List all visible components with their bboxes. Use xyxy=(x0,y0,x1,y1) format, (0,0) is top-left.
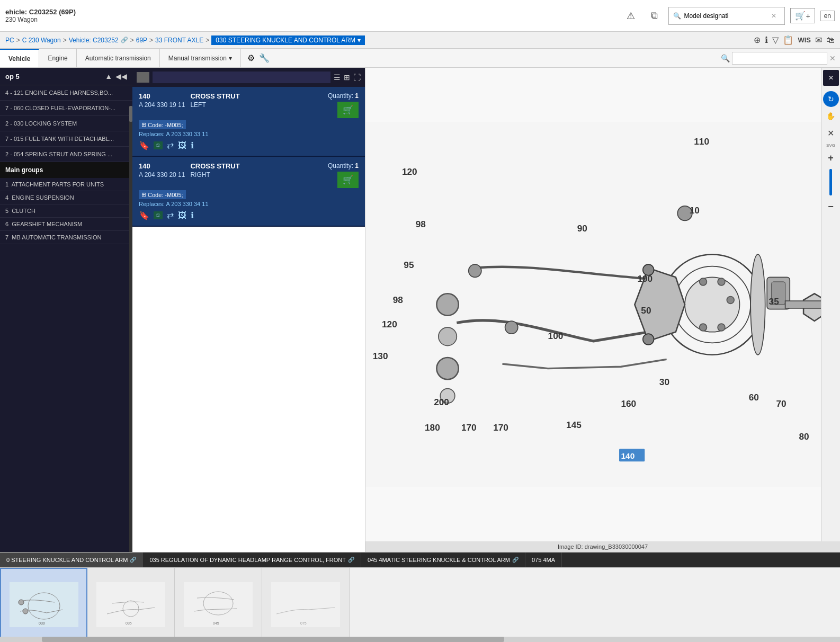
part-2-qty-label: Quantity: 1 xyxy=(328,162,359,170)
fullscreen-icon[interactable]: ⛶ xyxy=(353,73,361,82)
breadcrumb-69p[interactable]: 69P xyxy=(136,37,147,44)
part-1-code: ⊞ Code: -M005; xyxy=(139,120,359,129)
svg-rect-21 xyxy=(785,301,822,308)
expand-icon[interactable]: ⊞ xyxy=(344,73,350,82)
part-1-code-tag: ⊞ Code: -M005; xyxy=(139,120,186,129)
tab-search-clear[interactable]: ✕ xyxy=(829,54,836,63)
part-2-image-icon[interactable]: 🖼 xyxy=(178,211,186,220)
tab-manual-transmission[interactable]: Manual transmission ▾ xyxy=(160,49,241,67)
part-1-description: CROSS STRUT xyxy=(190,92,328,100)
thumbnail-030[interactable]: 030 xyxy=(0,568,87,642)
shop-icon[interactable]: 🛍 xyxy=(826,35,835,45)
tool-zoom-plus[interactable]: + xyxy=(823,150,839,166)
global-search-box[interactable]: 🔍 ✕ xyxy=(668,7,785,25)
part-1-desc-col: CROSS STRUT LEFT xyxy=(185,92,328,109)
breadcrumb-current[interactable]: 030 STEERING KNUCKLE AND CONTROL ARM ▾ xyxy=(211,35,365,45)
part-1-add-to-cart[interactable]: 🛒 xyxy=(337,102,359,118)
filter-icon[interactable]: ▽ xyxy=(772,35,779,45)
thumbnail-035[interactable]: 035 xyxy=(87,568,175,642)
sidebar-section-7[interactable]: 7 MB AUTOMATIC TRANSMISSION xyxy=(0,231,132,244)
settings-icon-2[interactable]: 🔧 xyxy=(259,53,270,63)
sidebar-item-1[interactable]: 4 - 121 ENGINE CABLE HARNESS,BO... xyxy=(0,85,132,101)
tab-engine[interactable]: Engine xyxy=(39,49,76,67)
breadcrumb-sep-1: > xyxy=(16,37,20,44)
svg-point-8 xyxy=(718,278,725,286)
bottom-thumbnails: 030 035 045 xyxy=(0,567,840,642)
sidebar-close-icon[interactable]: ◀◀ xyxy=(115,72,127,81)
sidebar-item-2[interactable]: 7 - 060 CLOSED FUEL-EVAPORATION-... xyxy=(0,101,132,116)
part-2-bookmark-icon[interactable]: 🔖 xyxy=(139,210,149,220)
part-2-info-icon[interactable]: ℹ xyxy=(191,210,194,220)
thumbnail-075[interactable]: 075 xyxy=(262,568,350,642)
settings-icon-1[interactable]: ⚙ xyxy=(247,53,255,63)
svg-text:130: 130 xyxy=(373,351,388,361)
part-1-swap-icon[interactable]: ⇄ xyxy=(167,140,174,150)
bottom-tab-035-link[interactable]: 🔗 xyxy=(348,557,354,563)
email-icon[interactable]: ✉ xyxy=(815,35,822,45)
sidebar-item-3[interactable]: 2 - 030 LOCKING SYSTEM xyxy=(0,116,132,131)
sidebar-item-4[interactable]: 7 - 015 FUEL TANK WITH DETACHABL... xyxy=(0,131,132,147)
part-1-badge[interactable]: ① xyxy=(154,141,163,149)
breadcrumb-vehicle[interactable]: Vehicle: C203252 xyxy=(69,37,119,44)
cart-add-button[interactable]: 🛒 + xyxy=(790,8,815,23)
sidebar-section-1[interactable]: 1 ATTACHMENT PARTS FOR UNITS xyxy=(0,178,132,191)
part-1-info-icon[interactable]: ℹ xyxy=(191,140,194,150)
svg-text:160: 160 xyxy=(621,398,636,409)
search-icon: 🔍 xyxy=(673,12,681,20)
horizontal-scrollbar[interactable] xyxy=(0,637,840,642)
breadcrumb-front-axle[interactable]: 33 FRONT AXLE xyxy=(155,37,203,44)
svg-point-13 xyxy=(469,264,481,277)
part-1-image-icon[interactable]: 🖼 xyxy=(178,141,186,150)
tab-automatic-transmission[interactable]: Automatic transmission xyxy=(77,49,160,67)
bottom-tab-035[interactable]: 035 REGULATION OF DYNAMIC HEADLAMP RANGE… xyxy=(143,552,361,567)
breadcrumb-icons: ⊕ ℹ ▽ 📋 WIS ✉ 🛍 xyxy=(754,35,835,45)
tab-search-input[interactable] xyxy=(732,52,827,65)
bottom-tab-045-link[interactable]: 🔗 xyxy=(512,557,519,563)
bottom-tab-030[interactable]: 0 STEERING KNUCKLE AND CONTROL ARM 🔗 xyxy=(0,552,143,567)
tool-pan[interactable]: ✋ xyxy=(823,108,839,124)
sidebar-section-5[interactable]: 5 CLUTCH xyxy=(0,204,132,218)
vehicle-link-icon[interactable]: 🔗 xyxy=(121,37,128,43)
part-2-badge[interactable]: ① xyxy=(154,211,163,219)
breadcrumb-pc[interactable]: PC xyxy=(5,37,14,44)
tool-close[interactable]: ✕ xyxy=(823,70,839,86)
sidebar-collapse-icon[interactable]: ▲ xyxy=(105,72,112,81)
sidebar-section-6[interactable]: 6 GEARSHIFT MECHANISM xyxy=(0,218,132,231)
thumbnail-045[interactable]: 045 xyxy=(175,568,262,642)
tool-zoom-minus[interactable]: − xyxy=(823,199,839,215)
svg-text:10: 10 xyxy=(690,205,700,216)
center-top-icons: ☰ ⊞ ⛶ xyxy=(334,73,361,82)
sidebar-main-groups-title: Main groups xyxy=(0,162,132,178)
part-1-header: 140 A 204 330 19 11 CROSS STRUT LEFT Qua… xyxy=(139,92,359,118)
part-item-2: 140 A 204 330 20 11 CROSS STRUT RIGHT Qu… xyxy=(132,157,365,227)
info-icon[interactable]: ℹ xyxy=(765,35,768,45)
zoom-in-icon[interactable]: ⊕ xyxy=(754,35,761,45)
center-panel: ☰ ⊞ ⛶ 140 A 204 330 19 11 CROSS STRUT LE… xyxy=(132,68,365,552)
sidebar-header: op 5 ▲ ◀◀ xyxy=(0,68,132,85)
bottom-tab-045[interactable]: 045 4MATIC STEERING KNUCKLE & CONTROL AR… xyxy=(361,552,525,567)
blue-indicator xyxy=(829,169,832,195)
bottom-tab-030-link[interactable]: 🔗 xyxy=(130,557,136,563)
part-2-add-to-cart[interactable]: 🛒 xyxy=(337,172,359,188)
tool-cross[interactable]: ✕ xyxy=(823,125,839,141)
report-icon[interactable]: 📋 xyxy=(783,35,793,45)
part-2-swap-icon[interactable]: ⇄ xyxy=(167,210,174,220)
clear-search-icon[interactable]: ✕ xyxy=(771,12,776,20)
tab-vehicle[interactable]: Vehicle xyxy=(0,49,39,67)
wis-icon[interactable]: WIS xyxy=(798,36,811,44)
sidebar-section-4[interactable]: 4 ENGINE SUSPENSION xyxy=(0,191,132,204)
warning-icon[interactable]: ⚠ xyxy=(622,7,640,25)
sidebar-item-5[interactable]: 2 - 054 SPRING STRUT AND SPRING ... xyxy=(0,147,132,162)
svg-text:180: 180 xyxy=(425,422,440,433)
center-search-input[interactable] xyxy=(153,72,330,83)
global-search-input[interactable] xyxy=(684,12,768,20)
breadcrumb-c230[interactable]: C 230 Wagon xyxy=(22,37,61,44)
list-view-icon[interactable]: ☰ xyxy=(334,73,341,82)
tool-rotate[interactable]: ↻ xyxy=(823,91,839,107)
tab-search-icon[interactable]: 🔍 xyxy=(721,54,730,63)
language-badge[interactable]: en xyxy=(820,11,835,21)
bottom-tab-075[interactable]: 075 4MA xyxy=(525,552,562,567)
scrollbar-thumb[interactable] xyxy=(42,637,504,642)
copy-icon[interactable]: ⧉ xyxy=(645,7,663,25)
part-1-bookmark-icon[interactable]: 🔖 xyxy=(139,140,149,150)
